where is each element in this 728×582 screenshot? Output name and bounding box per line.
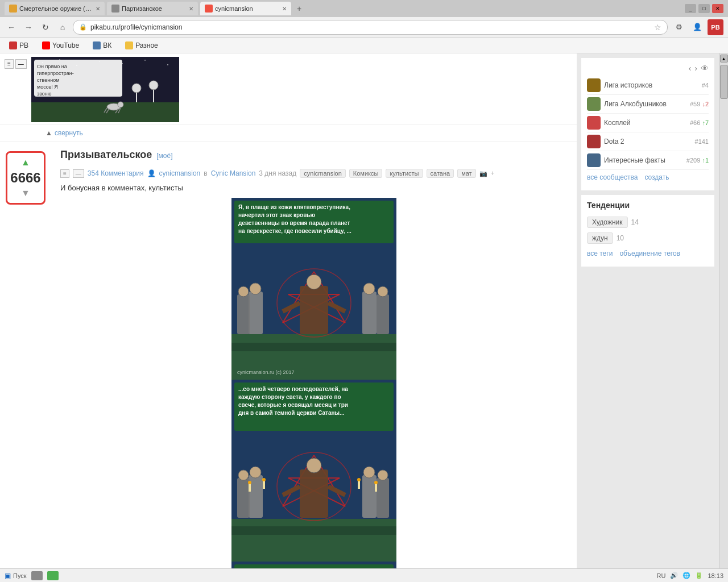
tab-3[interactable]: cynicmansion ✕ (200, 2, 291, 15)
bm-pb-label: РВ (19, 41, 28, 49)
bookmark-star-icon[interactable]: ☆ (654, 23, 661, 32)
tab-2[interactable]: Партизанское ✕ (107, 2, 198, 15)
user-button[interactable]: 👤 (689, 19, 705, 35)
community-icon-3 (587, 135, 601, 148)
bookmark-folder[interactable]: Разное (121, 40, 163, 51)
taskbar-item-2[interactable] (47, 571, 59, 580)
trend-tag-0[interactable]: Художник (587, 217, 628, 228)
bookmark-pb[interactable]: РВ (5, 40, 33, 51)
svg-rect-58 (231, 519, 396, 562)
tab-1[interactable]: Смертельное оружие (Le... ✕ (5, 2, 105, 15)
community-stats-2: #66 ↑7 (690, 119, 709, 126)
meta-add-icon[interactable]: + (491, 169, 495, 177)
sound-icon: 🔊 (670, 572, 678, 579)
bm-folder-label: Разное (135, 41, 158, 49)
language-indicator: RU (657, 572, 666, 579)
svg-rect-59 (231, 526, 396, 535)
post-title-tag[interactable]: [моё] (156, 152, 172, 160)
community-icon-4 (587, 153, 601, 167)
maximize-button[interactable]: □ (698, 4, 710, 13)
merge-tags-link[interactable]: объединение тегов (619, 250, 680, 257)
community-stats-3: #141 (695, 138, 709, 145)
post-title-row: Призывательское [моё] (60, 149, 568, 165)
start-button[interactable]: ▣ Пуск (5, 572, 27, 580)
community-next-button[interactable]: › (694, 64, 697, 73)
bm-yt-icon (42, 41, 50, 49)
community-eye-icon[interactable]: 👁 (701, 64, 709, 73)
svg-text:свече, которые я освящал месяц: свече, которые я освящал месяц и три (238, 402, 348, 408)
svg-point-6 (144, 60, 146, 61)
forward-button[interactable]: → (22, 20, 35, 34)
collapse-label: свернуть (55, 129, 83, 137)
trend-count-1: 10 (617, 234, 624, 242)
new-tab-button[interactable]: + (293, 3, 305, 14)
tag-1[interactable]: Комиксы (349, 169, 383, 178)
all-communities-link[interactable]: все сообщества (587, 173, 638, 181)
bm-yt-label: YouTube (52, 41, 79, 49)
tag-4[interactable]: мат (457, 169, 475, 178)
comic-container: Я, в плаще из кожи клятвопреступника, на… (231, 198, 396, 568)
bookmark-vk[interactable]: ВК (88, 40, 116, 51)
taskbar-item-chrome[interactable] (31, 571, 43, 580)
svg-text:ственном: ственном (37, 77, 59, 83)
url-text: pikabu.ru/profile/cynicmansion (90, 23, 182, 31)
scroll-thumb[interactable] (720, 65, 728, 99)
community-name-2[interactable]: Косплей (604, 119, 686, 127)
post-row: ▲ 6666 ▼ Призывательское [моё] (0, 142, 577, 568)
svg-rect-84 (375, 484, 377, 492)
scrollbar[interactable]: ▲ (719, 53, 728, 568)
author-link[interactable]: cynicmansion (159, 169, 201, 177)
close-button[interactable]: ✕ (712, 4, 723, 13)
all-tags-link[interactable]: все теги (587, 250, 613, 257)
main-area: ≡ — (0, 53, 728, 568)
comments-link[interactable]: 354 Комментария (88, 169, 144, 177)
tab1-close[interactable]: ✕ (96, 6, 100, 12)
extensions-button[interactable]: ⚙ (671, 19, 687, 35)
svg-rect-78 (362, 475, 377, 518)
create-community-link[interactable]: создать (644, 173, 669, 181)
community-icon-1 (587, 97, 601, 111)
downvote-button[interactable]: ▼ (21, 188, 30, 198)
address-bar[interactable]: 🔒 pikabu.ru/profile/cynicmansion ☆ (73, 20, 668, 35)
meta-in: в (204, 169, 207, 177)
collapse-button[interactable]: ▲ свернуть (46, 127, 568, 139)
community-name-1[interactable]: Лига Алкобушников (604, 100, 686, 108)
community-icon-0 (587, 78, 601, 92)
previous-post-area: ≡ — (0, 53, 577, 124)
svg-text:девственницы во время парада п: девственницы во время парада планет (238, 220, 350, 226)
menu-button[interactable]: РВ (708, 19, 723, 35)
right-sidebar: ‹ › 👁 Лига историков #4 (577, 53, 719, 568)
meta-dash-icon[interactable]: — (73, 169, 84, 178)
bm-vk-icon (93, 41, 101, 49)
upvote-button[interactable]: ▲ (21, 157, 30, 168)
bookmark-youtube[interactable]: YouTube (38, 40, 84, 51)
community-prev-button[interactable]: ‹ (689, 64, 692, 73)
community-link[interactable]: Cynic Mansion (211, 169, 256, 177)
tag-2[interactable]: культисты (386, 169, 423, 178)
reload-button[interactable]: ↻ (39, 20, 52, 34)
meta-list-icon[interactable]: ≡ (60, 169, 69, 178)
svg-rect-72 (249, 484, 251, 492)
comic-panel-3-svg: ...каждому я вытатуировал проклятые знак… (231, 562, 396, 568)
tag-3[interactable]: сатана (427, 169, 454, 178)
minimize-button[interactable]: _ (685, 4, 696, 13)
svg-text:гиперпростран-: гиперпростран- (37, 70, 74, 76)
svg-rect-47 (362, 292, 377, 334)
community-name-0[interactable]: Лига историков (604, 81, 698, 89)
tab2-close[interactable]: ✕ (189, 6, 193, 12)
lock-icon: 🔒 (79, 23, 87, 31)
scroll-up-button[interactable]: ▲ (720, 55, 728, 63)
author-icon: 👤 (147, 169, 156, 177)
tag-0[interactable]: cynicmansion (300, 169, 346, 178)
trend-tag-1[interactable]: ждун (587, 232, 613, 244)
tab2-label: Партизанское (122, 5, 162, 12)
community-name-3[interactable]: Dota 2 (604, 138, 692, 146)
back-button[interactable]: ← (5, 20, 18, 34)
community-name-4[interactable]: Интересные факты (604, 156, 683, 164)
tab3-favicon (205, 5, 213, 13)
tab3-close[interactable]: ✕ (282, 6, 287, 12)
home-button[interactable]: ⌂ (56, 20, 69, 34)
svg-point-81 (357, 478, 361, 481)
view-toggle[interactable]: ≡ — (5, 59, 27, 69)
svg-point-44 (307, 275, 321, 289)
